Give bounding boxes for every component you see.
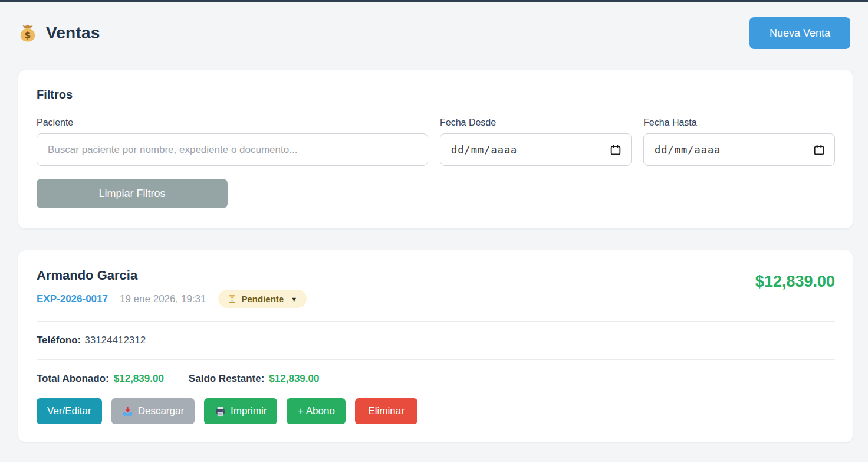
status-label: Pendiente bbox=[242, 294, 284, 304]
print-label: Imprimir bbox=[231, 405, 267, 417]
view-edit-button[interactable]: Ver/Editar bbox=[37, 398, 102, 424]
sale-patient-info: Armando Garcia EXP-2026-0017 19 ene 2026… bbox=[37, 268, 307, 308]
patient-label: Paciente bbox=[37, 117, 428, 128]
svg-text:$: $ bbox=[25, 30, 31, 41]
add-payment-button[interactable]: + Abono bbox=[287, 398, 346, 424]
patient-name: Armando Garcia bbox=[37, 268, 307, 283]
print-button[interactable]: Imprimir bbox=[204, 398, 277, 424]
date-to-label: Fecha Hasta bbox=[643, 117, 835, 128]
page-header: $ Ventas Nueva Venta bbox=[0, 2, 868, 70]
balance-remaining: Saldo Restante:$12,839.00 bbox=[189, 373, 320, 385]
date-from-input[interactable]: dd/mm/aaaa bbox=[440, 133, 632, 166]
filters-title: Filtros bbox=[37, 88, 835, 101]
caret-down-icon: ▼ bbox=[291, 296, 297, 303]
sale-header: Armando Garcia EXP-2026-0017 19 ene 2026… bbox=[37, 268, 835, 308]
balance-value: $12,839.00 bbox=[269, 373, 319, 384]
download-button[interactable]: Descargar bbox=[111, 398, 195, 424]
date-to-group: Fecha Hasta dd/mm/aaaa bbox=[643, 117, 835, 166]
clear-filters-button[interactable]: Limpiar Filtros bbox=[37, 179, 228, 208]
total-paid-value: $12,839.00 bbox=[114, 373, 164, 384]
calendar-icon[interactable] bbox=[813, 144, 825, 156]
page-title: Ventas bbox=[46, 24, 100, 42]
phone-value: 33124412312 bbox=[84, 335, 146, 346]
sale-datetime: 19 ene 2026, 19:31 bbox=[120, 293, 206, 305]
total-paid: Total Abonado:$12,839.00 bbox=[37, 373, 164, 385]
date-to-input[interactable]: dd/mm/aaaa bbox=[643, 133, 835, 166]
date-from-label: Fecha Desde bbox=[440, 117, 632, 128]
new-sale-button[interactable]: Nueva Venta bbox=[749, 17, 850, 49]
filters-card: Filtros Paciente Fecha Desde dd/mm/aaaa … bbox=[18, 70, 853, 228]
delete-button[interactable]: Eliminar bbox=[355, 398, 417, 424]
date-from-placeholder: dd/mm/aaaa bbox=[451, 144, 517, 156]
divider bbox=[37, 359, 835, 360]
patient-filter-group: Paciente bbox=[37, 117, 428, 166]
sale-card: Armando Garcia EXP-2026-0017 19 ene 2026… bbox=[18, 250, 853, 442]
calendar-icon[interactable] bbox=[610, 144, 622, 156]
printer-icon bbox=[215, 406, 226, 417]
hourglass-icon bbox=[228, 294, 236, 304]
phone-row: Teléfono:33124412312 bbox=[37, 335, 835, 346]
date-from-group: Fecha Desde dd/mm/aaaa bbox=[440, 117, 632, 166]
date-to-placeholder: dd/mm/aaaa bbox=[655, 144, 721, 156]
balance-label: Saldo Restante: bbox=[189, 373, 264, 384]
divider bbox=[37, 321, 835, 322]
download-label: Descargar bbox=[138, 405, 184, 417]
total-paid-label: Total Abonado: bbox=[37, 373, 109, 384]
sale-amount: $12,839.00 bbox=[755, 273, 835, 291]
status-dropdown-badge[interactable]: Pendiente ▼ bbox=[218, 290, 307, 308]
sale-meta-row: EXP-2026-0017 19 ene 2026, 19:31 Pendien… bbox=[37, 290, 307, 308]
record-id-link[interactable]: EXP-2026-0017 bbox=[37, 293, 108, 305]
money-bag-icon: $ bbox=[18, 23, 38, 43]
sale-actions-row: Ver/Editar Descargar bbox=[37, 398, 835, 424]
patient-search-input[interactable] bbox=[37, 133, 428, 166]
phone-label: Teléfono: bbox=[37, 335, 81, 346]
filters-row: Paciente Fecha Desde dd/mm/aaaa Fecha Ha… bbox=[37, 117, 835, 166]
totals-row: Total Abonado:$12,839.00 Saldo Restante:… bbox=[37, 373, 835, 385]
inbox-tray-icon bbox=[122, 406, 133, 417]
page-title-group: $ Ventas bbox=[18, 23, 100, 43]
